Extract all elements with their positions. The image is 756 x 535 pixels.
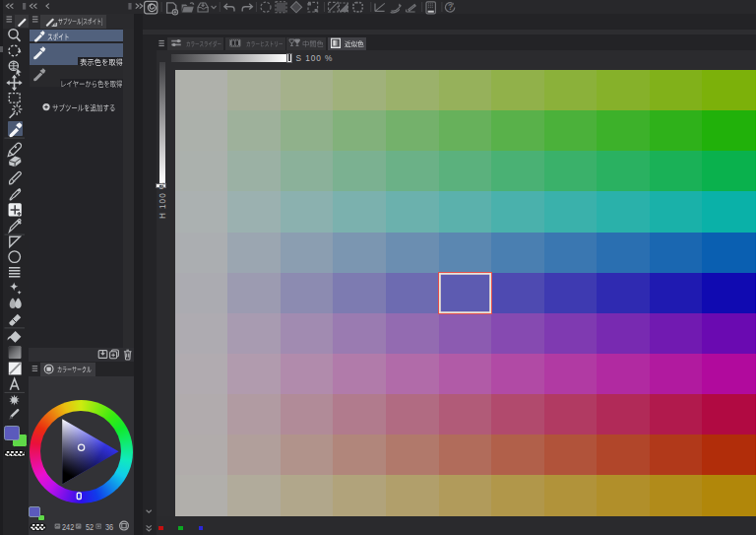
svg-text:?: ? bbox=[448, 3, 453, 12]
